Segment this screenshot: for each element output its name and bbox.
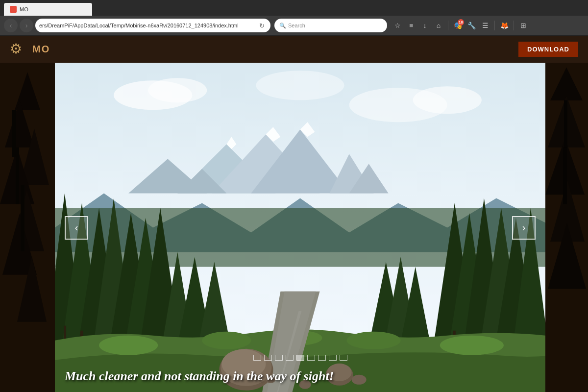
svg-point-64 <box>347 332 401 349</box>
download-button[interactable]: DOWNLOAD <box>518 42 578 57</box>
bookmark-icon[interactable]: ☆ <box>392 20 403 31</box>
separator <box>448 21 448 30</box>
prev-arrow-icon: ‹ <box>75 222 78 233</box>
svg-rect-18 <box>563 147 567 204</box>
app-header: ⚙ MO DOWNLOAD <box>0 36 588 63</box>
carousel-indicators <box>253 355 347 361</box>
svg-point-23 <box>413 86 482 114</box>
reader-icon[interactable]: ≡ <box>406 20 416 31</box>
svg-rect-10 <box>21 185 24 251</box>
sidebar-image-left <box>0 63 55 392</box>
indicator-8[interactable] <box>329 355 337 361</box>
search-icon: 🔍 <box>279 23 286 29</box>
right-sidebar <box>545 63 588 392</box>
address-bar[interactable]: ers/DreamPiF/AppData/Local/Temp/Mobirise… <box>35 19 270 32</box>
tab-label: MO <box>20 6 28 12</box>
home-icon[interactable]: ⌂ <box>433 20 444 31</box>
svg-rect-9 <box>16 147 19 204</box>
back-button[interactable]: ‹ <box>4 19 18 32</box>
tab-favicon <box>10 6 17 13</box>
toolbar-icons: ☆ ≡ ↓ ⌂ 🎭 10 🔧 ☰ 🦊 ⊞ <box>392 20 529 31</box>
gear-icon: ⚙ <box>10 41 27 58</box>
svg-point-21 <box>148 78 207 102</box>
notification-badge: 10 <box>458 19 464 25</box>
svg-point-62 <box>202 332 251 349</box>
indicator-9[interactable] <box>340 355 347 361</box>
carousel-container: ‹ › Much cleaner and not standing in the… <box>55 63 545 392</box>
indicator-5[interactable] <box>296 355 304 361</box>
svg-rect-17 <box>564 100 567 147</box>
address-text: ers/DreamPiF/AppData/Local/Temp/Mobirise… <box>39 23 255 28</box>
indicator-2[interactable] <box>264 355 272 361</box>
browser-toolbar: ‹ › ers/DreamPiF/AppData/Local/Temp/Mobi… <box>0 16 588 35</box>
indicator-1[interactable] <box>253 355 261 361</box>
carousel-next-button[interactable]: › <box>512 216 536 240</box>
left-sidebar <box>0 63 55 392</box>
separator3 <box>514 21 514 30</box>
forward-button[interactable]: › <box>20 19 33 32</box>
carousel-caption: Much cleaner and not standing in the way… <box>55 365 545 388</box>
caption-text: Much cleaner and not standing in the way… <box>65 369 334 383</box>
carousel-prev-button[interactable]: ‹ <box>65 216 88 240</box>
app-container: ⚙ MO DOWNLOAD <box>0 36 588 392</box>
browser-tab[interactable]: MO <box>4 3 92 16</box>
apps-icon[interactable]: ⊞ <box>518 20 529 31</box>
app-logo: ⚙ MO <box>10 41 50 58</box>
carousel-image <box>55 63 545 392</box>
reload-button[interactable]: ↻ <box>257 21 267 30</box>
svg-point-65 <box>440 336 504 355</box>
svg-point-24 <box>256 71 344 100</box>
extra-icon[interactable]: 🦊 <box>499 20 510 31</box>
svg-rect-8 <box>12 110 16 157</box>
browser-chrome: MO ‹ › ers/DreamPiF/AppData/Local/Temp/M… <box>0 0 588 36</box>
search-placeholder: Search <box>288 23 305 28</box>
indicator-7[interactable] <box>318 355 326 361</box>
svg-point-61 <box>99 336 158 355</box>
download-icon[interactable]: ↓ <box>419 20 430 31</box>
next-arrow-icon: › <box>522 222 526 233</box>
search-bar[interactable]: 🔍 Search <box>274 19 387 32</box>
notification-icon[interactable]: 🎭 10 <box>452 20 463 31</box>
logo-text: MO <box>32 44 50 55</box>
indicator-4[interactable] <box>286 355 294 361</box>
tab-bar: MO <box>0 0 588 16</box>
separator2 <box>494 21 495 30</box>
menu-icon[interactable]: ☰ <box>480 20 490 31</box>
extensions-icon[interactable]: 🔧 <box>466 20 477 31</box>
indicator-3[interactable] <box>275 355 283 361</box>
indicator-6[interactable] <box>307 355 315 361</box>
